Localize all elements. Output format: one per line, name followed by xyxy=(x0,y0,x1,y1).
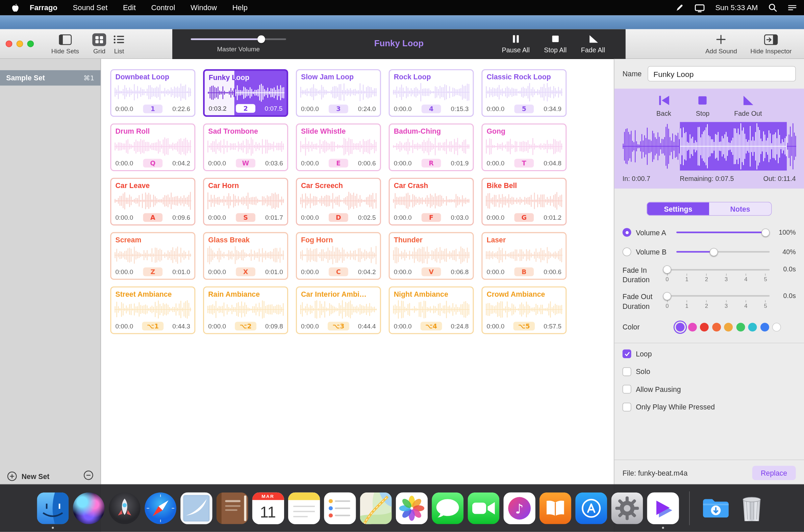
fade-in-slider[interactable] xyxy=(663,265,770,273)
new-set-button[interactable]: New Set xyxy=(7,471,49,481)
dock-item-siri[interactable] xyxy=(73,493,104,524)
color-swatch-green[interactable] xyxy=(736,323,745,331)
sound-tile-slide-whistle[interactable]: Slide Whistle0:00.0E0:00.6 xyxy=(296,124,381,171)
spotlight-search-icon[interactable] xyxy=(768,3,777,12)
dock-item-mail[interactable] xyxy=(180,493,212,524)
sound-tile-slow-jam-loop[interactable]: Slow Jam Loop0:00.030:24.0 xyxy=(296,69,381,117)
checkbox-row-allow-pausing[interactable]: Allow Pausing xyxy=(623,380,796,398)
dock-item-notes[interactable] xyxy=(288,493,319,524)
loop-checkbox[interactable] xyxy=(623,350,632,359)
sound-tile-funky-loop[interactable]: Funky Loop0:03.220:07.5 xyxy=(203,69,288,117)
volume-a-knob[interactable] xyxy=(762,228,770,236)
sound-tile-laser[interactable]: Laser0:00.0B0:00.6 xyxy=(481,232,567,280)
color-swatch-pink[interactable] xyxy=(688,323,697,331)
color-swatch-amber[interactable] xyxy=(724,323,733,331)
remove-set-button[interactable] xyxy=(84,470,93,482)
sound-tile-glass-break[interactable]: Glass Break0:00.0X0:01.0 xyxy=(203,232,288,280)
checkbox-row-loop[interactable]: Loop xyxy=(623,345,796,363)
color-swatch-white[interactable] xyxy=(772,323,781,331)
sound-tile-thunder[interactable]: Thunder0:00.0V0:06.8 xyxy=(389,232,474,280)
hide-sets-button[interactable]: Hide Sets xyxy=(51,33,79,55)
sound-tile-drum-roll[interactable]: Drum Roll0:00.0Q0:04.2 xyxy=(110,124,195,171)
sound-tile-fog-horn[interactable]: Fog Horn0:00.0C0:04.2 xyxy=(296,232,381,280)
sound-tile-sad-trombone[interactable]: Sad Trombone0:00.0W0:03.6 xyxy=(203,124,288,171)
volume-a-slider[interactable] xyxy=(676,228,770,236)
fade-all-button[interactable]: Fade All xyxy=(581,34,605,54)
menu-clock[interactable]: Sun 5:33 AM xyxy=(715,4,758,12)
menu-item-help[interactable]: Help xyxy=(233,4,248,12)
screen-mirroring-icon[interactable] xyxy=(694,3,705,13)
sound-tile-downbeat-loop[interactable]: Downbeat Loop0:00.010:22.6 xyxy=(110,69,195,117)
dock-item-reminders[interactable] xyxy=(324,493,356,524)
grid-view-button[interactable]: Grid xyxy=(93,33,106,55)
volume-b-knob[interactable] xyxy=(709,248,717,256)
sound-tile-street-ambiance[interactable]: Street Ambiance0:00.0⌥10:44.3 xyxy=(110,287,195,334)
dock-item-launchpad[interactable] xyxy=(108,493,140,524)
menu-item-control[interactable]: Control xyxy=(151,4,175,12)
sidebar-item-sample-set[interactable]: Sample Set ⌘1 xyxy=(0,70,100,86)
dock-item-books[interactable] xyxy=(539,493,571,524)
tab-notes[interactable]: Notes xyxy=(709,203,771,215)
color-swatch-blue[interactable] xyxy=(760,323,769,331)
stop-all-button[interactable]: Stop All xyxy=(544,34,567,54)
sound-tile-night-ambiance[interactable]: Night Ambiance0:00.0⌥40:24.8 xyxy=(389,287,474,334)
volume-b-slider[interactable] xyxy=(676,248,770,256)
status-pen-icon[interactable] xyxy=(675,3,684,12)
volume-b-radio[interactable] xyxy=(623,247,632,256)
color-swatch-red[interactable] xyxy=(700,323,709,331)
close-button[interactable] xyxy=(6,40,13,47)
sound-tile-car-interior-ambi[interactable]: Car Interior Ambi…0:00.0⌥30:44.4 xyxy=(296,287,381,334)
replace-button[interactable]: Replace xyxy=(752,466,796,480)
dock-item-farrago[interactable] xyxy=(647,493,679,524)
stop-button[interactable]: Stop xyxy=(696,95,710,117)
color-swatch-orange[interactable] xyxy=(712,323,721,331)
sound-tile-rock-loop[interactable]: Rock Loop0:00.040:15.3 xyxy=(389,69,474,117)
dock-item-facetime[interactable] xyxy=(468,493,499,524)
dock-item-safari[interactable] xyxy=(144,493,176,524)
dock-item-trash[interactable] xyxy=(735,493,767,524)
tab-settings[interactable]: Settings xyxy=(647,203,709,215)
sound-tile-classic-rock-loop[interactable]: Classic Rock Loop0:00.050:34.9 xyxy=(481,69,567,117)
checkbox-row-solo[interactable]: Solo xyxy=(623,363,796,380)
only-play-while-pressed-checkbox[interactable] xyxy=(623,403,632,412)
fade-in-knob[interactable] xyxy=(663,265,671,273)
dock-item-music[interactable]: ♪ xyxy=(503,493,535,524)
menu-item-window[interactable]: Window xyxy=(190,4,217,12)
dock-item-messages[interactable] xyxy=(432,493,463,524)
notification-center-icon[interactable] xyxy=(787,3,797,12)
sound-tile-gong[interactable]: Gong0:00.0T0:04.8 xyxy=(481,124,567,171)
zoom-button[interactable] xyxy=(27,40,34,47)
dock-item-system-preferences[interactable] xyxy=(611,493,643,524)
sound-tile-scream[interactable]: Scream0:00.0Z0:01.0 xyxy=(110,232,195,280)
pause-all-button[interactable]: Pause All xyxy=(502,34,530,54)
sound-tile-car-horn[interactable]: Car Horn0:00.0S0:01.7 xyxy=(203,178,288,226)
sound-tile-rain-ambiance[interactable]: Rain Ambiance0:00.0⌥20:09.8 xyxy=(203,287,288,334)
sound-tile-car-screech[interactable]: Car Screech0:00.0D0:02.5 xyxy=(296,178,381,226)
menu-item-edit[interactable]: Edit xyxy=(123,4,136,12)
dock-item-downloads[interactable] xyxy=(700,493,731,524)
color-swatch-purple[interactable] xyxy=(676,323,685,331)
sound-tile-bike-bell[interactable]: Bike Bell0:00.0G0:01.2 xyxy=(481,178,567,226)
checkbox-row-only-play-while-pressed[interactable]: Only Play While Pressed xyxy=(623,398,796,416)
dock-item-app-store[interactable] xyxy=(575,493,607,524)
sound-tile-car-leave[interactable]: Car Leave0:00.0A0:09.6 xyxy=(110,178,195,226)
sound-tile-badum-ching[interactable]: Badum-Ching0:00.0R0:01.9 xyxy=(389,124,474,171)
app-menu-farrago[interactable]: Farrago xyxy=(30,4,57,12)
dock-item-calendar[interactable]: MAR11 xyxy=(252,493,284,524)
fade-out-slider[interactable] xyxy=(663,292,770,300)
master-volume-slider[interactable] xyxy=(191,35,286,43)
menu-item-sound-set[interactable]: Sound Set xyxy=(73,4,108,12)
dock-item-finder[interactable] xyxy=(37,493,69,524)
list-view-button[interactable]: List xyxy=(112,33,126,55)
hide-inspector-button[interactable]: Hide Inspector xyxy=(750,33,791,55)
master-volume-knob[interactable] xyxy=(257,35,265,43)
volume-a-radio[interactable] xyxy=(623,228,632,236)
add-sound-button[interactable]: Add Sound xyxy=(705,33,737,55)
sound-name-input[interactable] xyxy=(648,66,796,82)
sound-tile-car-crash[interactable]: Car Crash0:00.0F0:03.0 xyxy=(389,178,474,226)
solo-checkbox[interactable] xyxy=(623,367,632,376)
dock-item-contacts[interactable] xyxy=(216,493,248,524)
dock-item-photos[interactable] xyxy=(396,493,427,524)
back-button[interactable]: Back xyxy=(656,95,671,117)
dock-item-maps[interactable] xyxy=(360,493,391,524)
